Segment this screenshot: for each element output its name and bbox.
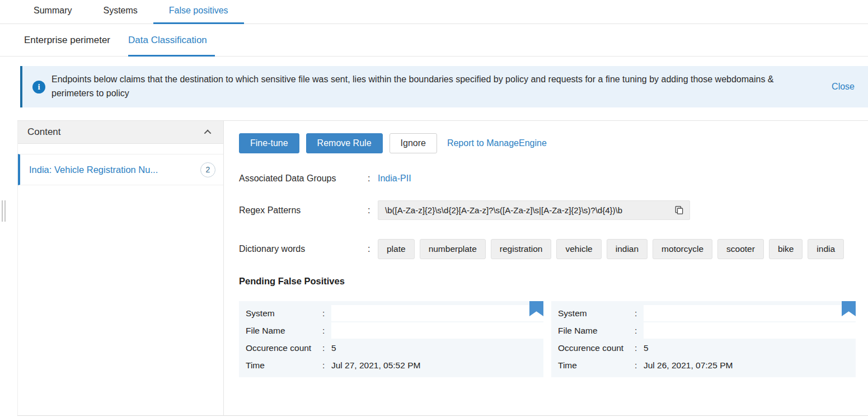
system-value xyxy=(331,305,543,321)
tab-false-positives[interactable]: False positives xyxy=(153,0,244,24)
card-row-time: Time : Jul 27, 2021, 05:52 PM xyxy=(239,357,543,374)
tab-enterprise-perimeter[interactable]: Enterprise perimeter xyxy=(24,27,110,57)
colon: : xyxy=(368,174,378,184)
dictionary-words-row: Dictionary words : plate numberplate reg… xyxy=(239,239,857,259)
system-label: System xyxy=(246,308,322,318)
primary-tab-bar: Summary Systems False positives xyxy=(0,0,868,24)
tab-systems[interactable]: Systems xyxy=(87,0,153,24)
tab-summary[interactable]: Summary xyxy=(18,0,87,24)
regex-pattern-value: \b([A-Za-z]{2}\s\d{2}[A-Za-z]?\s([A-Za-z… xyxy=(385,205,622,215)
dictionary-words-label: Dictionary words xyxy=(239,244,368,254)
secondary-tab-bar: Enterprise perimeter Data Classification xyxy=(0,24,868,57)
time-value: Jul 26, 2021, 07:25 PM xyxy=(644,360,856,371)
india-pii-link[interactable]: India-PII xyxy=(378,174,411,184)
associated-data-groups-label: Associated Data Groups xyxy=(239,174,368,184)
colon: : xyxy=(368,205,378,215)
panel-collapse-handle[interactable] xyxy=(2,200,6,222)
colon: : xyxy=(322,308,331,318)
colon: : xyxy=(635,343,644,353)
remove-rule-button[interactable]: Remove Rule xyxy=(306,133,383,153)
colon: : xyxy=(635,326,644,336)
dictionary-chip: india xyxy=(808,239,844,259)
dictionary-chip: registration xyxy=(491,239,552,259)
ignore-button[interactable]: Ignore xyxy=(390,133,437,153)
file-name-label: File Name xyxy=(246,326,322,336)
info-icon: i xyxy=(32,81,45,93)
card-row-system: System : xyxy=(551,304,856,322)
sidebar-header-content[interactable]: Content xyxy=(18,121,223,144)
dictionary-chip: scooter xyxy=(717,239,764,259)
dictionary-chip: indian xyxy=(607,239,648,259)
pending-false-positives-title: Pending False Positives xyxy=(239,276,857,287)
regex-patterns-row: Regex Patterns : \b([A-Za-z]{2}\s\d{2}[A… xyxy=(239,200,857,220)
chevron-up-icon xyxy=(204,129,212,137)
file-name-value xyxy=(644,322,856,339)
dictionary-chip: numberplate xyxy=(420,239,486,259)
regex-patterns-label: Regex Patterns xyxy=(239,205,368,215)
card-row-file-name: File Name : xyxy=(239,322,543,339)
count-badge: 2 xyxy=(200,162,215,177)
page: Summary Systems False positives Enterpri… xyxy=(0,0,868,417)
sidebar-header-label: Content xyxy=(27,126,61,138)
pending-false-positive-cards: System : File Name : Occurence count : 5 xyxy=(239,301,857,377)
content-area: Content India: Vehicle Registration Nu..… xyxy=(17,120,868,416)
fine-tune-button[interactable]: Fine-tune xyxy=(239,133,299,153)
occurrence-count-label: Occurence count xyxy=(246,343,322,353)
card-row-occurrence-count: Occurence count : 5 xyxy=(239,339,543,357)
report-to-manageengine-link[interactable]: Report to ManageEngine xyxy=(447,138,547,148)
associated-data-groups-row: Associated Data Groups : India-PII xyxy=(239,174,857,184)
card-row-system: System : xyxy=(239,304,543,322)
time-value: Jul 27, 2021, 05:52 PM xyxy=(331,360,543,371)
card-row-time: Time : Jul 26, 2021, 07:25 PM xyxy=(551,357,856,374)
system-label: System xyxy=(558,308,635,318)
banner-close-link[interactable]: Close xyxy=(832,82,855,92)
colon: : xyxy=(322,326,331,336)
false-positive-card: System : File Name : Occurence count : 5 xyxy=(551,301,856,377)
dictionary-chip: vehicle xyxy=(556,239,601,259)
colon: : xyxy=(368,244,378,254)
card-row-occurrence-count: Occurence count : 5 xyxy=(551,339,856,357)
colon: : xyxy=(635,360,644,371)
time-label: Time xyxy=(558,360,635,371)
dictionary-chip: plate xyxy=(378,239,415,259)
occurrence-count-value: 5 xyxy=(331,343,543,353)
action-button-row: Fine-tune Remove Rule Ignore Report to M… xyxy=(239,133,857,153)
sidebar-item-india-vehicle-registration[interactable]: India: Vehicle Registration Nu... 2 xyxy=(18,154,223,185)
colon: : xyxy=(322,343,331,353)
false-positive-card: System : File Name : Occurence count : 5 xyxy=(239,301,543,377)
occurrence-count-value: 5 xyxy=(644,343,856,353)
file-name-label: File Name xyxy=(558,326,635,336)
time-label: Time xyxy=(246,360,322,371)
info-banner-text: Endpoints below claims that the destinat… xyxy=(51,73,832,101)
dictionary-chip-list: plate numberplate registration vehicle i… xyxy=(378,239,849,259)
regex-pattern-box: \b([A-Za-z]{2}\s\d{2}[A-Za-z]?\s([A-Za-z… xyxy=(378,200,690,220)
sidebar-item-label: India: Vehicle Registration Nu... xyxy=(29,165,196,175)
system-value xyxy=(644,305,856,321)
colon: : xyxy=(635,308,644,318)
tab-data-classification[interactable]: Data Classification xyxy=(128,27,215,57)
dictionary-chip: motorcycle xyxy=(653,239,712,259)
detail-panel: Fine-tune Remove Rule Ignore Report to M… xyxy=(224,121,868,415)
dictionary-chip: bike xyxy=(769,239,803,259)
file-name-value xyxy=(331,322,543,339)
colon: : xyxy=(322,360,331,371)
content-sidebar: Content India: Vehicle Registration Nu..… xyxy=(17,121,224,415)
copy-icon[interactable] xyxy=(674,205,684,215)
occurrence-count-label: Occurence count xyxy=(558,343,635,353)
card-row-file-name: File Name : xyxy=(551,322,856,339)
info-banner: i Endpoints below claims that the destin… xyxy=(20,66,868,107)
